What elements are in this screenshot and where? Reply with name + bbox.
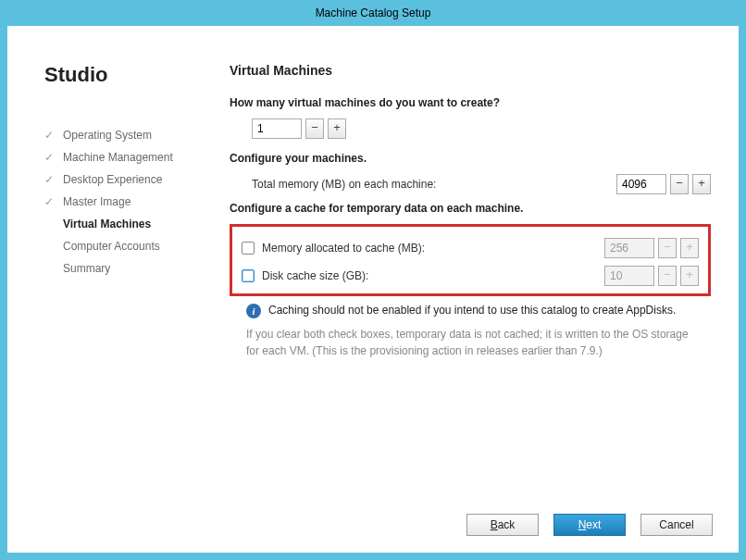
- cache-memory-input: [604, 238, 654, 258]
- back-button[interactable]: Back: [466, 514, 539, 536]
- wizard-steps: ✓ Operating System ✓ Machine Management …: [44, 124, 202, 280]
- step-machine-management[interactable]: ✓ Machine Management: [44, 146, 202, 168]
- memory-stepper: − +: [616, 174, 711, 194]
- step-virtual-machines[interactable]: Virtual Machines: [44, 213, 202, 235]
- cache-highlight-box: Memory allocated to cache (MB): − + Disk…: [230, 224, 711, 296]
- configure-label: Configure your machines.: [230, 152, 711, 165]
- step-label: Machine Management: [63, 151, 173, 164]
- cache-disk-stepper: − +: [604, 266, 699, 286]
- cache-memory-stepper: − +: [604, 238, 699, 258]
- cache-memory-label: Memory allocated to cache (MB):: [262, 242, 425, 255]
- step-label: Summary: [63, 262, 110, 275]
- cache-disk-input: [604, 266, 654, 286]
- cache-disk-decrement: −: [658, 266, 677, 286]
- memory-label: Total memory (MB) on each machine:: [252, 178, 616, 191]
- step-label: Computer Accounts: [63, 240, 160, 253]
- vm-count-stepper: − +: [252, 118, 346, 139]
- cache-memory-checkbox[interactable]: [242, 242, 255, 255]
- cancel-button[interactable]: Cancel: [640, 514, 713, 536]
- info-text: Caching should not be enabled if you int…: [268, 304, 676, 317]
- memory-input[interactable]: [616, 174, 666, 194]
- step-desktop-experience[interactable]: ✓ Desktop Experience: [44, 168, 202, 191]
- cache-disk-increment: +: [680, 266, 699, 286]
- content-frame: Studio ✓ Operating System ✓ Machine Mana…: [7, 26, 739, 553]
- titlebar: Machine Catalog Setup: [0, 0, 746, 26]
- vm-count-decrement[interactable]: −: [305, 118, 324, 139]
- step-label: Master Image: [63, 195, 131, 208]
- cache-section-label: Configure a cache for temporary data on …: [230, 202, 711, 215]
- hint-text: If you clear both check boxes, temporary…: [246, 326, 700, 359]
- page-title: Virtual Machines: [230, 63, 711, 78]
- main-panel: Virtual Machines How many virtual machin…: [202, 26, 739, 508]
- step-label: Desktop Experience: [63, 173, 162, 186]
- step-summary[interactable]: Summary: [44, 257, 202, 280]
- step-label: Virtual Machines: [63, 218, 151, 230]
- check-icon: ✓: [44, 151, 57, 164]
- cache-memory-decrement: −: [658, 238, 677, 258]
- sidebar-title: Studio: [44, 63, 202, 87]
- step-master-image[interactable]: ✓ Master Image: [44, 191, 202, 213]
- memory-decrement[interactable]: −: [670, 174, 689, 194]
- next-button[interactable]: Next: [553, 514, 626, 536]
- check-icon: ✓: [44, 195, 57, 208]
- check-icon: ✓: [44, 129, 57, 142]
- cache-disk-label: Disk cache size (GB):: [262, 269, 368, 282]
- vm-count-input[interactable]: [252, 118, 302, 139]
- memory-increment[interactable]: +: [692, 174, 711, 194]
- step-computer-accounts[interactable]: Computer Accounts: [44, 235, 202, 257]
- vm-count-row: − +: [230, 118, 711, 139]
- memory-row: Total memory (MB) on each machine: − +: [230, 174, 711, 194]
- step-operating-system[interactable]: ✓ Operating System: [44, 124, 202, 146]
- dialog-window: Machine Catalog Setup Studio ✓ Operating…: [0, 0, 746, 560]
- step-label: Operating System: [63, 129, 152, 142]
- cache-disk-row: Disk cache size (GB): − +: [242, 262, 699, 290]
- body-area: Studio ✓ Operating System ✓ Machine Mana…: [7, 26, 739, 508]
- button-row: Back Next Cancel: [7, 508, 739, 553]
- info-icon: i: [246, 304, 261, 318]
- info-line: i Caching should not be enabled if you i…: [246, 304, 711, 318]
- cache-memory-row: Memory allocated to cache (MB): − +: [242, 234, 699, 262]
- cache-memory-increment: +: [680, 238, 699, 258]
- vm-count-question: How many virtual machines do you want to…: [230, 96, 711, 109]
- wizard-sidebar: Studio ✓ Operating System ✓ Machine Mana…: [7, 26, 202, 508]
- check-icon: ✓: [44, 173, 57, 186]
- window-title: Machine Catalog Setup: [316, 6, 431, 19]
- vm-count-increment[interactable]: +: [328, 118, 346, 139]
- cache-disk-checkbox[interactable]: [242, 269, 255, 282]
